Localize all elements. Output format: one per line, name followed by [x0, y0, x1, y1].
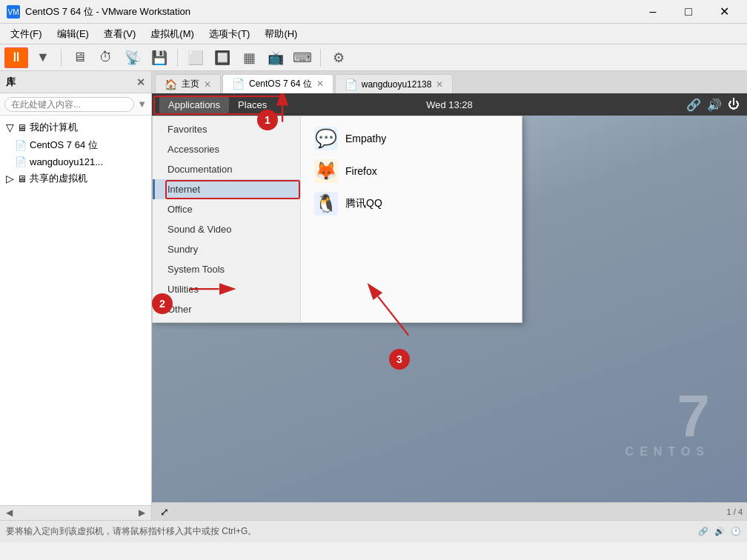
tab-home-icon: 🏠: [165, 79, 177, 90]
scroll-left[interactable]: ◀: [3, 506, 16, 520]
toolbar: ⏸ ▼ 🖥 ⏱ 📡 💾 ⬜ 🔲 ▦ 📺 ⌨ ⚙: [0, 44, 747, 71]
svg-text:VM: VM: [8, 8, 19, 16]
centos-number: 7: [625, 387, 710, 446]
sidebar-header: 库 ✕: [0, 71, 151, 93]
gnome-time: Wed 13:28: [426, 99, 473, 110]
menu-cat-office[interactable]: Office: [153, 199, 300, 219]
status-right-area: 🔗 🔊 🕐: [698, 527, 741, 536]
empathy-label: Empathy: [345, 133, 386, 144]
menu-cat-sundry[interactable]: Sundry: [153, 239, 300, 259]
gnome-right-controls: 🔗 🔊 ⏻: [686, 98, 740, 112]
network-button[interactable]: 📡: [121, 47, 145, 68]
window-title: CentOS 7 64 位 - VMware Workstation: [25, 5, 636, 19]
tab-wangduoyu-label: wangduoyu12138: [362, 79, 432, 90]
tree-icon-centos: 📄: [15, 140, 27, 151]
menu-tab[interactable]: 选项卡(T): [202, 24, 258, 44]
menu-cat-system-tools[interactable]: System Tools: [153, 259, 300, 279]
main-layout: 库 ✕ ▼ ▽ 🖥 我的计算机 📄 CentOS 7 64 位 📄 wangdu…: [0, 71, 747, 520]
minimize-button[interactable]: –: [636, 0, 670, 24]
centos-text: CENTOS: [625, 446, 710, 458]
sidebar-close-button[interactable]: ✕: [136, 76, 145, 88]
volume-icon[interactable]: 🔊: [707, 98, 722, 112]
menu-vm[interactable]: 虚拟机(M): [143, 24, 202, 44]
menu-cat-utilities[interactable]: Utilities: [153, 279, 300, 299]
centos-brand: 7 CENTOS: [625, 387, 710, 458]
settings-button[interactable]: ⚙: [327, 47, 351, 68]
pause-dropdown[interactable]: ▼: [31, 47, 55, 68]
sidebar: 库 ✕ ▼ ▽ 🖥 我的计算机 📄 CentOS 7 64 位 📄 wangdu…: [0, 71, 152, 520]
send-to-button[interactable]: 🖥: [67, 47, 91, 68]
menu-cat-other[interactable]: Other: [153, 299, 300, 319]
app-item-empathy[interactable]: 💬 Empathy: [307, 122, 516, 155]
tree-icon-shared: 🖥: [17, 173, 27, 184]
network-status-icon[interactable]: 🔗: [686, 98, 701, 112]
tree-item-wangduoyu[interactable]: 📄 wangduoyu121...: [0, 154, 151, 170]
tree-label-my-computer: 我的计算机: [30, 121, 78, 134]
vm-bottom-toolbar: ⤢ 1 / 4: [152, 502, 747, 520]
gnome-top-bar: Applications Places Wed 13:28 🔗 🔊 ⏻: [152, 93, 747, 116]
usb-button[interactable]: 💾: [147, 47, 171, 68]
toolbar-separator-1: [61, 49, 62, 67]
tab-home-close[interactable]: ✕: [204, 79, 211, 90]
tab-centos-icon: 📄: [232, 78, 245, 90]
menu-categories: Favorites Accessories Documentation Inte…: [153, 116, 301, 322]
unity-button[interactable]: 🔲: [210, 47, 234, 68]
tree-item-shared[interactable]: ▷ 🖥 共享的虚拟机: [0, 170, 151, 187]
pause-button[interactable]: ⏸: [4, 47, 28, 68]
tab-home-label: 主页: [182, 78, 199, 90]
status-bar: 要将输入定向到该虚拟机，请将鼠标指针移入其中或按 Ctrl+G。 🔗 🔊 🕐: [0, 520, 747, 542]
menu-edit[interactable]: 编辑(E): [50, 24, 96, 44]
tab-centos-close[interactable]: ✕: [316, 79, 324, 89]
close-button[interactable]: ✕: [707, 0, 741, 24]
console-button[interactable]: 📺: [264, 47, 288, 68]
app-icon: VM: [6, 4, 21, 19]
tree-item-my-computer[interactable]: ▽ 🖥 我的计算机: [0, 119, 151, 136]
sidebar-search-area: ▼: [0, 93, 151, 116]
fullscreen-button[interactable]: ⬜: [184, 47, 208, 68]
app-item-qqapp[interactable]: 🐧 腾讯QQ: [307, 187, 516, 220]
tree-label-shared: 共享的虚拟机: [30, 172, 87, 185]
expand-icon-shared: ▷: [6, 173, 14, 184]
qq-label: 腾讯QQ: [345, 197, 382, 210]
toolbar-separator-2: [177, 49, 178, 67]
search-dropdown-icon[interactable]: ▼: [137, 99, 147, 110]
tab-wangduoyu[interactable]: 📄 wangduoyu12138 ✕: [335, 74, 454, 93]
firefox-label: Firefox: [345, 165, 377, 177]
menu-bar: 文件(F) 编辑(E) 查看(V) 虚拟机(M) 选项卡(T) 帮助(H): [0, 24, 747, 44]
sidebar-search-input[interactable]: [4, 97, 134, 112]
toolbar-separator-3: [320, 49, 321, 67]
tree-label-centos: CentOS 7 64 位: [30, 139, 98, 152]
menu-cat-documentation[interactable]: Documentation: [153, 159, 300, 179]
tab-centos[interactable]: 📄 CentOS 7 64 位 ✕: [222, 74, 333, 93]
menu-cat-sound-video[interactable]: Sound & Video: [153, 219, 300, 239]
tab-bar: 🏠 主页 ✕ 📄 CentOS 7 64 位 ✕ 📄 wangduoyu1213…: [152, 71, 747, 93]
tab-home[interactable]: 🏠 主页 ✕: [155, 74, 221, 93]
power-icon[interactable]: ⏻: [728, 98, 740, 111]
title-bar: VM CentOS 7 64 位 - VMware Workstation – …: [0, 0, 747, 24]
gnome-applications-button[interactable]: Applications: [159, 96, 229, 113]
tree-icon-computer: 🖥: [17, 122, 27, 133]
menu-view[interactable]: 查看(V): [96, 24, 143, 44]
app-item-firefox[interactable]: 🦊 Firefox: [307, 155, 516, 187]
keyboard-button[interactable]: ⌨: [290, 47, 314, 68]
menu-help[interactable]: 帮助(H): [257, 24, 305, 44]
tree-item-centos[interactable]: 📄 CentOS 7 64 位: [0, 136, 151, 154]
tree-icon-wangduoyu: 📄: [15, 156, 27, 167]
tab-wangduoyu-close[interactable]: ✕: [436, 79, 443, 90]
sidebar-scroll-bar: ◀ ▶: [0, 505, 151, 520]
menu-file[interactable]: 文件(F): [3, 24, 50, 44]
annotation-number-2: 2: [152, 293, 173, 314]
menu-cat-accessories[interactable]: Accessories: [153, 139, 300, 159]
scroll-right[interactable]: ▶: [136, 506, 148, 520]
content-area: 🏠 主页 ✕ 📄 CentOS 7 64 位 ✕ 📄 wangduoyu1213…: [152, 71, 747, 520]
menu-cat-internet[interactable]: Internet: [153, 179, 300, 199]
vm-resize-button[interactable]: ⤢: [156, 504, 173, 519]
maximize-button[interactable]: □: [671, 0, 706, 24]
sidebar-tree: ▽ 🖥 我的计算机 📄 CentOS 7 64 位 📄 wangduoyu121…: [0, 116, 151, 505]
tab-centos-label: CentOS 7 64 位: [249, 78, 312, 90]
view-button[interactable]: ▦: [237, 47, 261, 68]
page-indicator: 1 / 4: [727, 507, 743, 516]
vm-screen[interactable]: Applications Places Wed 13:28 🔗 🔊 ⏻ Favo…: [152, 93, 747, 502]
menu-cat-favorites[interactable]: Favorites: [153, 119, 300, 139]
snapshot-button[interactable]: ⏱: [94, 47, 118, 68]
